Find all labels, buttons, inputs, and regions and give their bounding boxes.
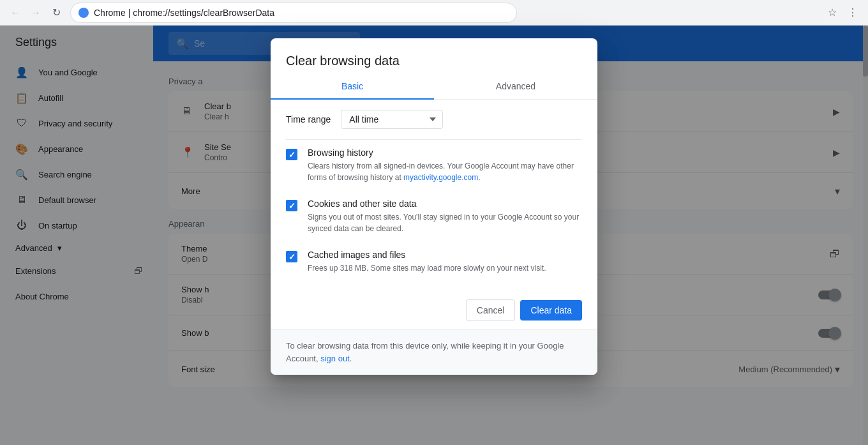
cookies-checkbox-wrapper[interactable] — [286, 200, 297, 211]
url-text: Chrome | chrome://settings/clearBrowserD… — [94, 8, 274, 18]
reload-button[interactable]: ↻ — [47, 4, 65, 22]
browsing-history-title: Browsing history — [308, 147, 582, 158]
browsing-history-desc: Clears history from all signed-in device… — [308, 160, 582, 183]
clear-data-button[interactable]: Clear data — [520, 300, 582, 321]
modal-overlay: Clear browsing data Basic Advanced Time … — [0, 26, 868, 445]
myactivity-link[interactable]: myactivity.google.com — [403, 173, 478, 182]
cached-images-checkbox[interactable] — [286, 251, 297, 262]
cancel-button[interactable]: Cancel — [466, 299, 516, 321]
cookies-checkbox[interactable] — [286, 200, 297, 211]
dialog-title: Clear browsing data — [271, 38, 597, 68]
cached-images-title: Cached images and files — [308, 250, 582, 260]
browsing-history-checkbox[interactable] — [286, 149, 297, 160]
tab-advanced[interactable]: Advanced — [434, 73, 597, 99]
url-full: chrome://settings/clearBrowserData — [133, 8, 274, 18]
time-range-label: Time range — [286, 114, 331, 124]
nav-buttons: ← → ↻ — [6, 4, 65, 22]
cached-images-checkbox-wrapper[interactable] — [286, 251, 297, 262]
back-button[interactable]: ← — [6, 4, 24, 22]
site-icon — [79, 8, 89, 18]
forward-button[interactable]: → — [27, 4, 45, 22]
browser-chrome: ← → ↻ Chrome | chrome://settings/clearBr… — [0, 0, 868, 26]
toolbar-icons: ☆ ⋮ — [823, 4, 862, 22]
dialog-body: Time range All time Last hour Last 24 ho… — [271, 100, 597, 292]
address-bar[interactable]: Chrome | chrome://settings/clearBrowserD… — [70, 3, 517, 23]
dialog-footer: Cancel Clear data — [271, 292, 597, 329]
tab-basic[interactable]: Basic — [271, 73, 434, 99]
dialog-info-bar: To clear browsing data from this device … — [271, 329, 597, 375]
menu-button[interactable]: ⋮ — [844, 4, 862, 22]
page-container: Settings 👤 You and Google 📋 Autofill 🛡 P… — [0, 26, 868, 445]
cached-images-item: Cached images and files Frees up 318 MB.… — [286, 242, 582, 282]
cached-images-desc: Frees up 318 MB. Some sites may load mor… — [308, 262, 582, 274]
dialog-tabs: Basic Advanced — [271, 73, 597, 100]
bookmark-button[interactable]: ☆ — [823, 4, 841, 22]
time-range-row: Time range All time Last hour Last 24 ho… — [286, 110, 582, 129]
time-range-select[interactable]: All time Last hour Last 24 hours Last 7 … — [341, 110, 443, 129]
url-brand: Chrome — [94, 8, 126, 18]
sign-out-link[interactable]: sign out — [320, 354, 350, 363]
cookies-desc: Signs you out of most sites. You'll stay… — [308, 211, 582, 234]
cookies-item: Cookies and other site data Signs you ou… — [286, 191, 582, 242]
clear-browsing-data-dialog: Clear browsing data Basic Advanced Time … — [271, 38, 597, 375]
browsing-history-item: Browsing history Clears history from all… — [286, 140, 582, 191]
browsing-history-checkbox-wrapper[interactable] — [286, 149, 297, 160]
cookies-title: Cookies and other site data — [308, 199, 582, 209]
